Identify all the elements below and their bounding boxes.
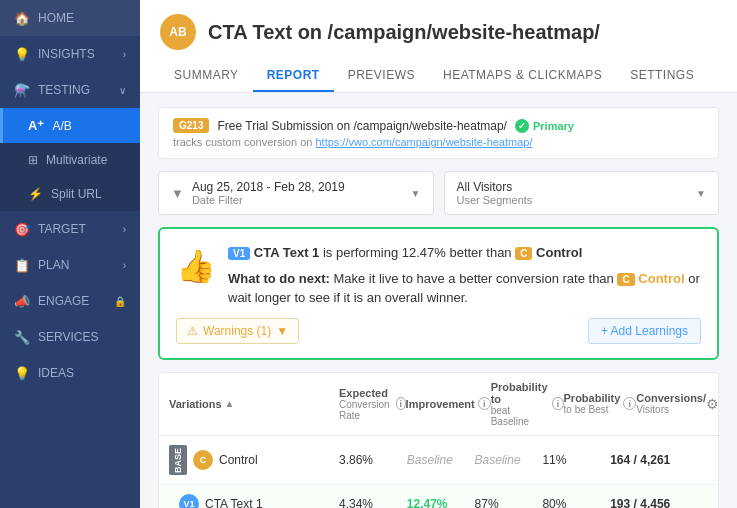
check-icon: ✓ <box>515 119 529 133</box>
sort-icon[interactable]: ▲ <box>225 398 235 409</box>
c-badge-2: C <box>617 273 634 286</box>
insight-row: 👍 V1 CTA Text 1 is performing 12.47% bet… <box>176 243 701 308</box>
control-conversions: 164 / 4,261 <box>610 453 678 467</box>
ab-icon: A⁺ <box>28 118 44 133</box>
sidebar-item-spliturl[interactable]: ⚡ Split URL <box>0 177 140 211</box>
tabs: SUMMARY REPORT PREVIEWS HEATMAPS & CLICK… <box>160 60 717 92</box>
page-header: AB CTA Text on /campaign/website-heatmap… <box>140 0 737 93</box>
page-title: CTA Text on /campaign/website-heatmap/ <box>208 21 600 44</box>
gear-icon[interactable]: ⚙ <box>706 396 719 412</box>
page-title-row: AB CTA Text on /campaign/website-heatmap… <box>160 14 717 50</box>
conversion-link[interactable]: https://vwo.com/campaign/website-heatmap… <box>315 136 532 148</box>
tab-previews[interactable]: PREVIEWS <box>334 60 429 92</box>
v1-prob-best: 80% <box>542 497 610 509</box>
filter-icon: ▼ <box>171 186 184 201</box>
th-label-expected: Expected <box>339 387 393 399</box>
info-icon-best[interactable]: i <box>623 397 636 410</box>
sidebar-item-plan[interactable]: 📋 PLAN › <box>0 247 140 283</box>
info-icon-conv[interactable]: i <box>396 397 406 410</box>
date-filter[interactable]: ▼ Aug 25, 2018 - Feb 28, 2019 Date Filte… <box>158 171 434 215</box>
th-label-prob-baseline: Probability to <box>491 381 550 405</box>
variation-cell-v1: V1 CTA Text 1 <box>169 494 339 509</box>
multivariate-icon: ⊞ <box>28 153 38 167</box>
sidebar-label-insights: INSIGHTS <box>38 47 95 61</box>
avatar: AB <box>160 14 196 50</box>
sidebar-item-home[interactable]: 🏠 HOME <box>0 0 140 36</box>
segment-chevron-icon: ▼ <box>696 188 706 199</box>
info-icon-prob[interactable]: i <box>552 397 563 410</box>
date-filter-content: Aug 25, 2018 - Feb 28, 2019 Date Filter <box>192 180 345 206</box>
lock-icon: 🔒 <box>114 296 126 307</box>
ideas-icon: 💡 <box>14 365 30 381</box>
segment-filter-value: All Visitors <box>457 180 533 194</box>
sidebar-item-target[interactable]: 🎯 TARGET › <box>0 211 140 247</box>
sidebar-item-services[interactable]: 🔧 SERVICES <box>0 319 140 355</box>
v1-name-cell: CTA Text 1 <box>205 497 263 509</box>
performance-text: is performing 12.47% better than <box>323 245 512 260</box>
tab-report[interactable]: REPORT <box>253 60 334 92</box>
v1-conv-rate: 4.34% <box>339 497 407 509</box>
sidebar-label-services: SERVICES <box>38 330 98 344</box>
conversion-row: G213 Free Trial Submission on /campaign/… <box>173 118 704 133</box>
spliturl-icon: ⚡ <box>28 187 43 201</box>
conversion-banner: G213 Free Trial Submission on /campaign/… <box>158 107 719 159</box>
action-detail: Make it live to have a better conversion… <box>333 271 613 286</box>
sidebar-label-engage: ENGAGE <box>38 294 89 308</box>
th-prob-baseline: Probability to beat Baseline i <box>491 381 564 427</box>
th-sub-prob-baseline: beat Baseline <box>491 405 550 427</box>
th-sub-prob-best: to be Best <box>564 404 621 415</box>
control-badge: C <box>193 450 213 470</box>
sidebar-item-insights[interactable]: 💡 INSIGHTS › <box>0 36 140 72</box>
tab-settings[interactable]: SETTINGS <box>616 60 708 92</box>
th-label-variations: Variations <box>169 398 222 410</box>
conversion-track: tracks custom conversion on https://vwo.… <box>173 136 704 148</box>
v1-conversions: 193 / 4,456 <box>610 497 678 509</box>
th-label-conversions: Conversions/ <box>636 392 706 404</box>
content-area: G213 Free Trial Submission on /campaign/… <box>140 93 737 508</box>
conversion-badge: G213 <box>173 118 209 133</box>
control-name-2: Control <box>638 271 688 286</box>
th-improvement: Improvement i <box>406 397 491 410</box>
date-filter-label: Date Filter <box>192 194 345 206</box>
variation-cell-control: BASE C Control <box>169 445 339 475</box>
table-row: V1 CTA Text 1 4.34% 12.47% 87% 80% 193 /… <box>159 485 718 509</box>
th-sub-conversions: Visitors <box>636 404 706 415</box>
sidebar-item-ideas[interactable]: 💡 IDEAS <box>0 355 140 391</box>
sidebar-item-engage[interactable]: 📣 ENGAGE 🔒 <box>0 283 140 319</box>
info-icon-improvement[interactable]: i <box>478 397 491 410</box>
chevron-right-icon: › <box>123 49 126 60</box>
th-sub-conv-rate: Conversion Rate <box>339 399 393 421</box>
chevron-right-icon-2: › <box>123 224 126 235</box>
sidebar-label-plan: PLAN <box>38 258 69 272</box>
tab-summary[interactable]: SUMMARY <box>160 60 253 92</box>
control-conv-rate: 3.86% <box>339 453 407 467</box>
sidebar-sub-testing: A⁺ A/B ⊞ Multivariate ⚡ Split URL <box>0 108 140 211</box>
segment-filter[interactable]: All Visitors User Segments ▼ <box>444 171 720 215</box>
th-conv-rate-content: Expected Conversion Rate <box>339 387 393 421</box>
th-label-improvement: Improvement <box>406 398 475 410</box>
testing-icon: ⚗️ <box>14 82 30 98</box>
baseline-tag: BASE <box>169 445 187 475</box>
sidebar-item-testing[interactable]: ⚗️ TESTING ∨ <box>0 72 140 108</box>
plan-icon: 📋 <box>14 257 30 273</box>
add-learnings-button[interactable]: + Add Learnings <box>588 318 701 344</box>
v1-badge-cell: V1 <box>179 494 199 509</box>
engage-icon: 📣 <box>14 293 30 309</box>
table-header: Variations ▲ Expected Conversion Rate i … <box>159 373 718 436</box>
sidebar-item-multivariate[interactable]: ⊞ Multivariate <box>0 143 140 177</box>
control-prob-best: 11% <box>542 453 610 467</box>
control-name-cell: Control <box>219 453 258 467</box>
sidebar: 🏠 HOME 💡 INSIGHTS › ⚗️ TESTING ∨ A⁺ A/B … <box>0 0 140 508</box>
th-gear: ⚙ <box>706 396 719 412</box>
control-improvement: Baseline <box>407 453 475 467</box>
filter-row: ▼ Aug 25, 2018 - Feb 28, 2019 Date Filte… <box>158 171 719 215</box>
warnings-label: Warnings (1) <box>203 324 271 338</box>
insight-footer: ⚠ Warnings (1) ▼ + Add Learnings <box>176 318 701 344</box>
warnings-button[interactable]: ⚠ Warnings (1) ▼ <box>176 318 299 344</box>
sidebar-label-multivariate: Multivariate <box>46 153 107 167</box>
date-chevron-icon: ▼ <box>411 188 421 199</box>
sidebar-item-ab[interactable]: A⁺ A/B <box>0 108 140 143</box>
sidebar-label-target: TARGET <box>38 222 86 236</box>
tab-heatmaps[interactable]: HEATMAPS & CLICKMAPS <box>429 60 616 92</box>
date-filter-value: Aug 25, 2018 - Feb 28, 2019 <box>192 180 345 194</box>
